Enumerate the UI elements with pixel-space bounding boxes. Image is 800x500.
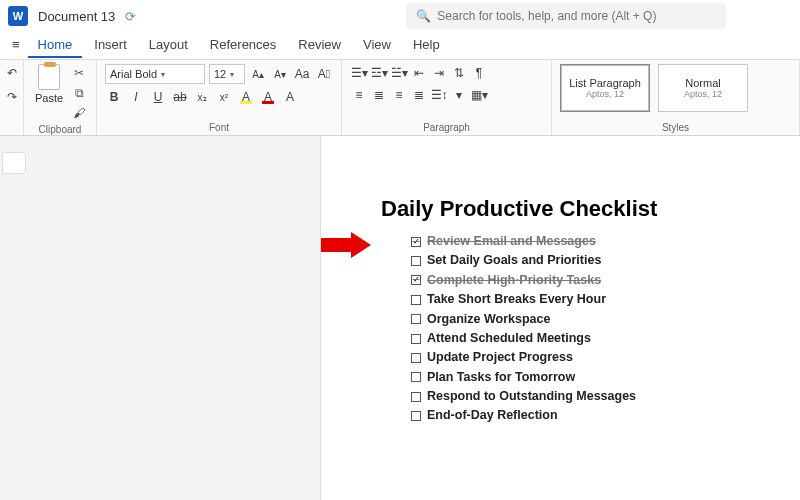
- shrink-font-icon[interactable]: A▾: [271, 65, 289, 83]
- redo-icon[interactable]: ↷: [3, 88, 21, 106]
- search-icon: 🔍: [416, 9, 431, 23]
- shading-icon[interactable]: ▾: [450, 86, 468, 104]
- checklist-item[interactable]: Take Short Breaks Every Hour: [381, 290, 760, 309]
- style-name: Normal: [685, 77, 720, 89]
- checklist-item[interactable]: Review Email and Messages: [381, 232, 760, 251]
- checklist-item-text[interactable]: Review Email and Messages: [427, 232, 596, 251]
- line-spacing-icon[interactable]: ☰↕: [430, 86, 448, 104]
- chevron-down-icon: ▾: [161, 70, 165, 79]
- checklist-item[interactable]: End-of-Day Reflection: [381, 406, 760, 425]
- decrease-indent-icon[interactable]: ⇤: [410, 64, 428, 82]
- underline-icon[interactable]: U: [149, 88, 167, 106]
- style-sub: Aptos, 12: [586, 89, 624, 99]
- title-bar: W Document 13 ⟳ 🔍: [0, 0, 800, 32]
- style-normal[interactable]: Normal Aptos, 12: [658, 64, 748, 112]
- checklist-item[interactable]: Organize Workspace: [381, 310, 760, 329]
- subscript-icon[interactable]: x₂: [193, 88, 211, 106]
- styles-group-label: Styles: [560, 120, 791, 133]
- side-panel-toggle[interactable]: [2, 152, 26, 174]
- font-family-value: Arial Bold: [110, 68, 157, 80]
- checkbox-icon[interactable]: [411, 372, 421, 382]
- checkbox-icon[interactable]: [411, 411, 421, 421]
- checklist-item-text[interactable]: Take Short Breaks Every Hour: [427, 290, 606, 309]
- highlight-icon[interactable]: A: [237, 88, 255, 106]
- show-marks-icon[interactable]: ¶: [470, 64, 488, 82]
- font-color-icon[interactable]: A: [259, 88, 277, 106]
- checklist-item-text[interactable]: Respond to Outstanding Messages: [427, 387, 636, 406]
- italic-icon[interactable]: I: [127, 88, 145, 106]
- borders-icon[interactable]: ▦▾: [470, 86, 488, 104]
- checklist-item[interactable]: Complete High-Priority Tasks: [381, 271, 760, 290]
- undo-icon[interactable]: ↶: [3, 64, 21, 82]
- doc-heading[interactable]: Daily Productive Checklist: [381, 196, 760, 222]
- strikethrough-icon[interactable]: ab: [171, 88, 189, 106]
- checkbox-icon[interactable]: [411, 295, 421, 305]
- checkbox-icon[interactable]: [411, 314, 421, 324]
- align-right-icon[interactable]: ≡: [390, 86, 408, 104]
- grow-font-icon[interactable]: A▴: [249, 65, 267, 83]
- checklist-item-text[interactable]: Complete High-Priority Tasks: [427, 271, 601, 290]
- checkbox-icon[interactable]: [411, 256, 421, 266]
- sort-icon[interactable]: ⇅: [450, 64, 468, 82]
- menu-help[interactable]: Help: [403, 33, 450, 58]
- bullets-icon[interactable]: ☰▾: [350, 64, 368, 82]
- search-box[interactable]: 🔍: [406, 3, 726, 29]
- checklist-item-text[interactable]: End-of-Day Reflection: [427, 406, 558, 425]
- align-center-icon[interactable]: ≣: [370, 86, 388, 104]
- menu-view[interactable]: View: [353, 33, 401, 58]
- ribbon: ↶ ↷ Paste ✂ ⧉ 🖌 Clipboard Arial Bold ▾: [0, 60, 800, 136]
- bold-icon[interactable]: B: [105, 88, 123, 106]
- search-input[interactable]: [437, 9, 716, 23]
- text-effects-icon[interactable]: A: [281, 88, 299, 106]
- change-case-icon[interactable]: Aa: [293, 65, 311, 83]
- chevron-down-icon: ▾: [230, 70, 234, 79]
- checkbox-icon[interactable]: [411, 334, 421, 344]
- checklist-item[interactable]: Attend Scheduled Meetings: [381, 329, 760, 348]
- align-left-icon[interactable]: ≡: [350, 86, 368, 104]
- increase-indent-icon[interactable]: ⇥: [430, 64, 448, 82]
- menu-insert[interactable]: Insert: [84, 33, 137, 58]
- page[interactable]: Daily Productive Checklist Review Email …: [320, 136, 800, 500]
- checklist-item-text[interactable]: Plan Tasks for Tomorrow: [427, 368, 575, 387]
- menu-references[interactable]: References: [200, 33, 286, 58]
- save-status-icon[interactable]: ⟳: [125, 9, 136, 24]
- checklist-item-text[interactable]: Attend Scheduled Meetings: [427, 329, 591, 348]
- checkbox-icon[interactable]: [411, 392, 421, 402]
- font-size-combo[interactable]: 12 ▾: [209, 64, 245, 84]
- paragraph-group: ☰▾ ☲▾ ☱▾ ⇤ ⇥ ⇅ ¶ ≡ ≣ ≡ ≣ ☰↕ ▾ ▦▾ Paragra…: [342, 60, 552, 135]
- format-painter-icon[interactable]: 🖌: [70, 104, 88, 122]
- document-title[interactable]: Document 13: [38, 9, 115, 24]
- copy-icon[interactable]: ⧉: [70, 84, 88, 102]
- multilevel-list-icon[interactable]: ☱▾: [390, 64, 408, 82]
- style-list-paragraph[interactable]: List Paragraph Aptos, 12: [560, 64, 650, 112]
- clipboard-icon: [38, 64, 60, 90]
- superscript-icon[interactable]: x²: [215, 88, 233, 106]
- styles-group: List Paragraph Aptos, 12 Normal Aptos, 1…: [552, 60, 800, 135]
- paste-button[interactable]: Paste: [32, 64, 66, 104]
- menu-home[interactable]: Home: [28, 33, 83, 58]
- checklist-item-text[interactable]: Organize Workspace: [427, 310, 550, 329]
- menu-layout[interactable]: Layout: [139, 33, 198, 58]
- checklist-item[interactable]: Respond to Outstanding Messages: [381, 387, 760, 406]
- checkbox-icon[interactable]: [411, 237, 421, 247]
- justify-icon[interactable]: ≣: [410, 86, 428, 104]
- checklist[interactable]: Review Email and MessagesSet Daily Goals…: [381, 232, 760, 426]
- undo-group: ↶ ↷: [0, 60, 24, 135]
- checklist-item[interactable]: Update Project Progress: [381, 348, 760, 367]
- ribbon-collapse-icon[interactable]: ≡: [6, 33, 26, 58]
- clear-formatting-icon[interactable]: A⃠: [315, 65, 333, 83]
- cut-icon[interactable]: ✂: [70, 64, 88, 82]
- font-family-combo[interactable]: Arial Bold ▾: [105, 64, 205, 84]
- font-group-label: Font: [105, 120, 333, 133]
- checklist-item-text[interactable]: Set Daily Goals and Priorities: [427, 251, 601, 270]
- numbering-icon[interactable]: ☲▾: [370, 64, 388, 82]
- checklist-item-text[interactable]: Update Project Progress: [427, 348, 573, 367]
- menu-review[interactable]: Review: [288, 33, 351, 58]
- checkbox-icon[interactable]: [411, 353, 421, 363]
- checklist-item[interactable]: Plan Tasks for Tomorrow: [381, 368, 760, 387]
- style-sub: Aptos, 12: [684, 89, 722, 99]
- checklist-item[interactable]: Set Daily Goals and Priorities: [381, 251, 760, 270]
- document-canvas[interactable]: Daily Productive Checklist Review Email …: [0, 136, 800, 500]
- clipboard-group: Paste ✂ ⧉ 🖌 Clipboard: [24, 60, 97, 135]
- checkbox-icon[interactable]: [411, 275, 421, 285]
